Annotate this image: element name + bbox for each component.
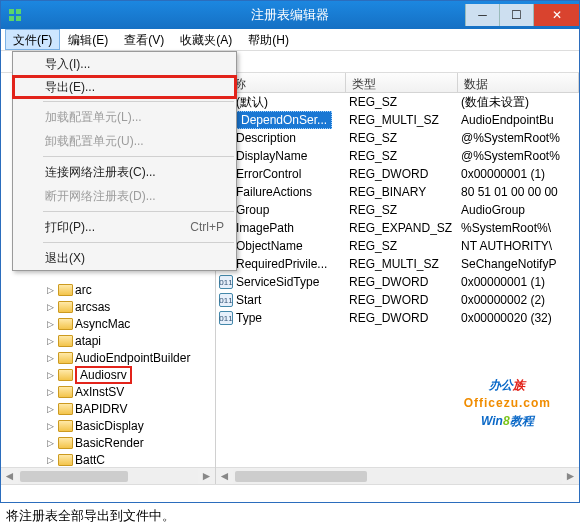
tree-item[interactable]: ▷AudioEndpointBuilder [19, 349, 215, 366]
folder-icon [58, 437, 73, 449]
value-name: ErrorControl [236, 167, 301, 181]
expand-icon[interactable]: ▷ [45, 301, 56, 312]
tree-item[interactable]: ▷BasicDisplay [19, 417, 215, 434]
value-data: @%SystemRoot% [458, 149, 579, 163]
menu-favorites[interactable]: 收藏夹(A) [172, 29, 240, 50]
value-name: FailureActions [236, 185, 312, 199]
menu-import[interactable]: 导入(I)... [13, 52, 236, 76]
tree-item[interactable]: ▷Audiosrv [19, 366, 215, 383]
menu-separator [43, 101, 234, 102]
binary-value-icon: 011 [219, 275, 233, 289]
value-name: (默认) [236, 94, 268, 111]
scroll-right-icon[interactable]: ► [198, 468, 215, 485]
value-name: ObjectName [236, 239, 303, 253]
list-row[interactable]: abRequiredPrivile...REG_MULTI_SZSeChange… [216, 255, 579, 273]
list-hscroll[interactable]: ◄ ► [216, 467, 579, 484]
tree-item[interactable]: ▷arcsas [19, 298, 215, 315]
minimize-button[interactable]: ─ [465, 4, 499, 26]
list-row[interactable]: 011ErrorControlREG_DWORD0x00000001 (1) [216, 165, 579, 183]
maximize-button[interactable]: ☐ [499, 4, 533, 26]
expand-icon[interactable]: ▷ [45, 437, 56, 448]
expand-icon[interactable]: ▷ [45, 369, 56, 380]
expand-icon[interactable]: ▷ [45, 386, 56, 397]
list-row[interactable]: abDisplayNameREG_SZ@%SystemRoot% [216, 147, 579, 165]
tree-label: Audiosrv [75, 366, 132, 384]
tree-item[interactable]: ▷arc [19, 281, 215, 298]
menu-load-hive: 加载配置单元(L)... [13, 105, 236, 129]
value-type: REG_BINARY [346, 185, 458, 199]
list-pane[interactable]: 名称 类型 数据 ab(默认)REG_SZ(数值未设置)abDependOnSe… [216, 73, 579, 484]
value-name: DisplayName [236, 149, 307, 163]
tree-item[interactable]: ▷BattC [19, 451, 215, 468]
scroll-left-icon[interactable]: ◄ [1, 468, 18, 485]
menu-help[interactable]: 帮助(H) [240, 29, 297, 50]
value-data: NT AUTHORITY\ [458, 239, 579, 253]
value-data: 0x00000001 (1) [458, 167, 579, 181]
value-name: Description [236, 131, 296, 145]
expand-icon[interactable]: ▷ [45, 454, 56, 465]
value-type: REG_SZ [346, 95, 458, 109]
tree-label: BattC [75, 453, 105, 467]
value-type: REG_DWORD [346, 293, 458, 307]
close-button[interactable]: ✕ [533, 4, 579, 26]
value-data: 0x00000020 (32) [458, 311, 579, 325]
scroll-left-icon[interactable]: ◄ [216, 468, 233, 485]
tree-label: BasicDisplay [75, 419, 144, 433]
expand-icon[interactable]: ▷ [45, 420, 56, 431]
value-name: ImagePath [236, 221, 294, 235]
list-row[interactable]: 011ServiceSidTypeREG_DWORD0x00000001 (1) [216, 273, 579, 291]
tree-item[interactable]: ▷BasicRender [19, 434, 215, 451]
value-data: (数值未设置) [458, 94, 579, 111]
menu-print[interactable]: 打印(P)...Ctrl+P [13, 215, 236, 239]
value-name: RequiredPrivile... [236, 257, 327, 271]
value-type: REG_DWORD [346, 275, 458, 289]
value-data: AudioGroup [458, 203, 579, 217]
list-row[interactable]: 011FailureActionsREG_BINARY80 51 01 00 0… [216, 183, 579, 201]
tree-item[interactable]: ▷atapi [19, 332, 215, 349]
menu-separator [43, 242, 234, 243]
list-row[interactable]: ab(默认)REG_SZ(数值未设置) [216, 93, 579, 111]
tree-item[interactable]: ▷AsyncMac [19, 315, 215, 332]
menu-exit[interactable]: 退出(X) [13, 246, 236, 270]
menu-export[interactable]: 导出(E)... [12, 75, 237, 99]
value-data: %SystemRoot%\ [458, 221, 579, 235]
expand-icon[interactable]: ▷ [45, 352, 56, 363]
value-data: 80 51 01 00 00 00 [458, 185, 579, 199]
regedit-window: 注册表编辑器 ─ ☐ ✕ 文件(F) 编辑(E) 查看(V) 收藏夹(A) 帮助… [0, 0, 580, 503]
value-type: REG_DWORD [346, 167, 458, 181]
menu-separator [43, 156, 234, 157]
list-row[interactable]: abGroupREG_SZAudioGroup [216, 201, 579, 219]
list-row[interactable]: abObjectNameREG_SZNT AUTHORITY\ [216, 237, 579, 255]
binary-value-icon: 011 [219, 311, 233, 325]
svg-rect-2 [9, 16, 14, 21]
menu-connect[interactable]: 连接网络注册表(C)... [13, 160, 236, 184]
menu-view[interactable]: 查看(V) [116, 29, 172, 50]
scroll-thumb[interactable] [235, 471, 367, 482]
tree-hscroll[interactable]: ◄ ► [1, 467, 215, 484]
tree-label: BasicRender [75, 436, 144, 450]
menu-file[interactable]: 文件(F) [5, 29, 60, 50]
folder-icon [58, 318, 73, 330]
expand-icon[interactable]: ▷ [45, 335, 56, 346]
tree-item[interactable]: ▷AxInstSV [19, 383, 215, 400]
col-type[interactable]: 类型 [346, 73, 458, 92]
list-row[interactable]: 011TypeREG_DWORD0x00000020 (32) [216, 309, 579, 327]
expand-icon[interactable]: ▷ [45, 284, 56, 295]
list-header: 名称 类型 数据 [216, 73, 579, 93]
expand-icon[interactable]: ▷ [45, 318, 56, 329]
folder-icon [58, 454, 73, 466]
folder-icon [58, 386, 73, 398]
menu-edit[interactable]: 编辑(E) [60, 29, 116, 50]
list-row[interactable]: abDependOnSer...REG_MULTI_SZAudioEndpoin… [216, 111, 579, 129]
list-row[interactable]: 011StartREG_DWORD0x00000002 (2) [216, 291, 579, 309]
expand-icon[interactable]: ▷ [45, 403, 56, 414]
col-data[interactable]: 数据 [458, 73, 579, 92]
list-row[interactable]: abDescriptionREG_SZ@%SystemRoot% [216, 129, 579, 147]
tree-item[interactable]: ▷BAPIDRV [19, 400, 215, 417]
scroll-thumb[interactable] [20, 471, 128, 482]
tree-label: AsyncMac [75, 317, 130, 331]
list-row[interactable]: abImagePathREG_EXPAND_SZ%SystemRoot%\ [216, 219, 579, 237]
value-name: Group [236, 203, 269, 217]
tree-label: atapi [75, 334, 101, 348]
scroll-right-icon[interactable]: ► [562, 468, 579, 485]
